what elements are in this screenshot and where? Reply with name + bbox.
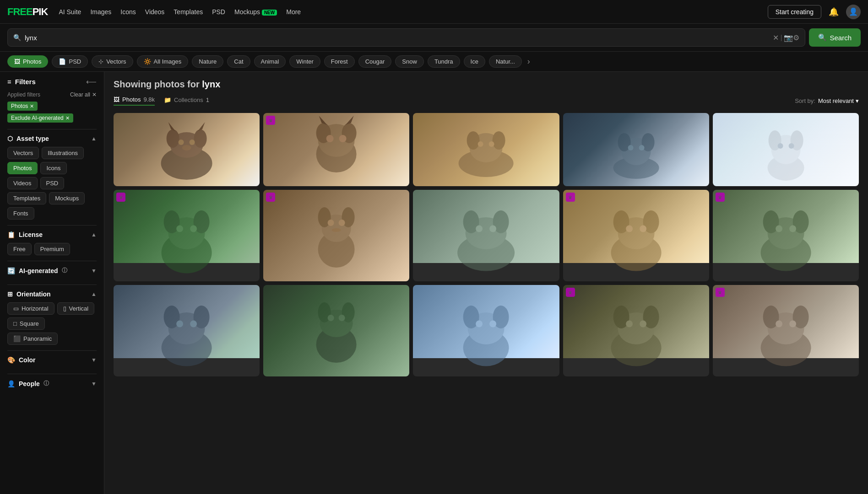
logo[interactable]: FREEPIK	[7, 6, 48, 18]
chip-ice[interactable]: Ice	[464, 55, 485, 68]
svg-point-39	[176, 226, 183, 232]
nav-mockups[interactable]: Mockups NEW	[234, 8, 277, 16]
photo-item-10[interactable]: ♛	[713, 190, 859, 281]
svg-point-3	[194, 129, 207, 148]
license-free-button[interactable]: Free	[7, 243, 32, 255]
photo-item-4[interactable]	[563, 113, 709, 186]
notification-button[interactable]: 🔔	[827, 5, 841, 19]
chip-all-images[interactable]: 🔆 All Images	[137, 55, 189, 68]
asset-fonts-button[interactable]: Fonts	[7, 207, 34, 220]
photo-item-11[interactable]	[114, 285, 260, 376]
asset-type-section: ⬡ Asset type ▲ Vectors Illustrations Pho…	[7, 129, 97, 225]
asset-photos-button[interactable]: Photos	[7, 162, 38, 174]
photo-item-2[interactable]: ♛	[263, 113, 409, 186]
search-clear-button[interactable]: ✕	[773, 33, 779, 42]
chip-psd-icon: 📄	[59, 58, 66, 65]
asset-type-section-header[interactable]: ⬡ Asset type ▲	[7, 135, 97, 142]
asset-psd-button[interactable]: PSD	[40, 177, 65, 189]
svg-point-28	[639, 145, 644, 150]
nav-videos[interactable]: Videos	[145, 8, 165, 16]
sort-by-button[interactable]: Most relevant ▾	[818, 97, 859, 104]
svg-point-46	[339, 220, 345, 226]
nav-ai-suite[interactable]: AI Suite	[59, 8, 81, 16]
user-avatar[interactable]: 👤	[846, 5, 861, 19]
search-submit-button[interactable]: 🔍 Search	[809, 28, 861, 47]
nav-icons[interactable]: Icons	[120, 8, 136, 16]
filter-tag-exclude-ai[interactable]: Exclude AI-generated ✕	[7, 113, 73, 123]
photo-item-15[interactable]: ♛	[713, 285, 859, 376]
filter-tag-photos-label: Photos	[11, 103, 28, 109]
asset-type-title: ⬡ Asset type	[7, 135, 49, 142]
chip-nature[interactable]: Nature	[192, 55, 223, 68]
chip-tundra[interactable]: Tundra	[428, 55, 460, 68]
asset-vectors-button[interactable]: Vectors	[7, 147, 39, 159]
tab-photos[interactable]: 🖼 Photos 9.8k	[114, 96, 155, 106]
nav-templates[interactable]: Templates	[174, 8, 203, 16]
svg-point-21	[478, 141, 483, 147]
filter-tag-photos-remove[interactable]: ✕	[30, 103, 34, 109]
orientation-vertical-button[interactable]: ▯ Vertical	[57, 302, 95, 315]
chip-natur-label: Natur...	[496, 58, 515, 65]
ai-generated-section-header[interactable]: 🔄 AI-generated ⓘ ▼	[7, 267, 97, 274]
orientation-panoramic-button[interactable]: ⬛ Panoramic	[7, 333, 58, 345]
asset-videos-button[interactable]: Videos	[7, 177, 38, 189]
license-premium-button[interactable]: Premium	[34, 243, 70, 255]
orientation-square-button[interactable]: □ Square	[7, 317, 45, 330]
photo-item-5[interactable]	[713, 113, 859, 186]
photo-item-9[interactable]: ♛	[563, 190, 709, 281]
ai-generated-info-icon[interactable]: ⓘ	[62, 267, 67, 274]
chip-natur[interactable]: Natur...	[489, 55, 522, 68]
clear-all-button[interactable]: Clear all ✕	[70, 91, 97, 98]
asset-icons-button[interactable]: Icons	[40, 162, 66, 174]
chip-photos[interactable]: 🖼 Photos	[7, 55, 48, 68]
chip-cougar[interactable]: Cougar	[358, 55, 392, 68]
nav-images[interactable]: Images	[90, 8, 111, 16]
collapse-sidebar-button[interactable]: ⟵	[86, 77, 97, 86]
people-section-header[interactable]: 👤 People ⓘ ▼	[7, 380, 97, 387]
photo-item-12[interactable]	[263, 285, 409, 376]
chip-vectors[interactable]: ⊹ Vectors	[92, 55, 133, 68]
results-tabs: 🖼 Photos 9.8k 📁 Collections 1 Sort by: M…	[114, 96, 859, 106]
clear-all-label: Clear all	[70, 91, 90, 98]
photo-item-3[interactable]	[413, 113, 559, 186]
filters-title: ≡ Filters	[7, 78, 36, 86]
photo-item-6[interactable]: ♛	[114, 190, 260, 281]
orientation-horizontal-button[interactable]: ▭ Horizontal	[7, 302, 54, 315]
search-input[interactable]	[25, 34, 773, 42]
filter-tag-photos[interactable]: Photos ✕	[7, 102, 38, 111]
asset-templates-button[interactable]: Templates	[7, 192, 46, 204]
asset-mockups-button[interactable]: Mockups	[49, 192, 85, 204]
start-creating-button[interactable]: Start creating	[768, 5, 821, 19]
chip-snow[interactable]: Snow	[395, 55, 424, 68]
results-query: lynx	[202, 79, 220, 89]
nav-more[interactable]: More	[286, 8, 301, 16]
photo-item-7[interactable]: ♛	[263, 190, 409, 281]
photo-item-8[interactable]	[413, 190, 559, 281]
search-settings-button[interactable]: ⚙	[793, 33, 799, 42]
chip-cat[interactable]: Cat	[227, 55, 250, 68]
photo-item-13[interactable]	[413, 285, 559, 376]
orientation-section-header[interactable]: ⊞ Orientation ▲	[7, 290, 97, 298]
svg-point-15	[326, 135, 334, 142]
tab-collections[interactable]: 📁 Collections 1	[164, 96, 209, 106]
svg-point-77	[339, 315, 345, 321]
photo-item-1[interactable]	[114, 113, 260, 186]
chip-psd[interactable]: 📄 PSD	[52, 55, 88, 68]
chip-animal[interactable]: Animal	[254, 55, 286, 68]
asset-illustrations-button[interactable]: Illustrations	[42, 147, 84, 159]
color-section-header[interactable]: 🎨 Color ▼	[7, 356, 97, 364]
people-info-icon[interactable]: ⓘ	[43, 380, 49, 387]
tab-photos-count: 9.8k	[143, 96, 155, 103]
filter-tag-exclude-ai-remove[interactable]: ✕	[65, 115, 70, 121]
license-section-header[interactable]: 📋 License ▲	[7, 231, 97, 238]
svg-marker-14	[346, 116, 354, 125]
sort-by-chevron: ▾	[856, 97, 859, 104]
color-title: 🎨 Color	[7, 356, 36, 364]
chip-forest[interactable]: Forest	[324, 55, 355, 68]
photo-item-14[interactable]: ♛	[563, 285, 709, 376]
nav-psd[interactable]: PSD	[212, 8, 225, 16]
search-image-button[interactable]: 📷	[784, 33, 793, 42]
tab-collections-count: 1	[206, 97, 209, 103]
chips-next-button[interactable]: ›	[527, 57, 530, 66]
chip-winter[interactable]: Winter	[289, 55, 320, 68]
